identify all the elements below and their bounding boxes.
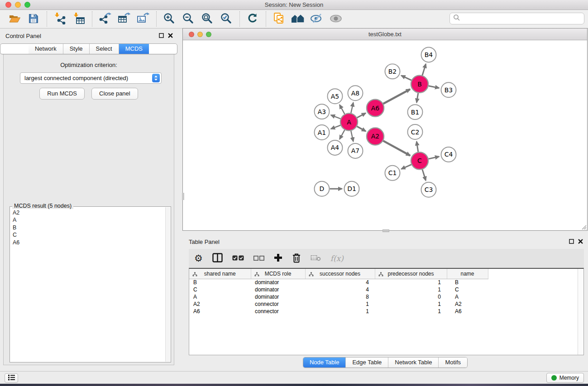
network-canvas[interactable]: B4B2BB3A8A5A6A3B1AA1C2A2A4A7C4CC1DD1C3	[183, 40, 587, 230]
houses-button[interactable]	[290, 11, 306, 27]
export-network-button[interactable]	[97, 11, 113, 27]
network-graph[interactable]: B4B2BB3A8A5A6A3B1AA1C2A2A4A7C4CC1DD1C3	[183, 40, 587, 230]
resize-grip[interactable]	[580, 224, 587, 230]
fullscreen-window-button[interactable]	[24, 2, 30, 8]
graph-node-B[interactable]: B	[411, 76, 428, 93]
table-cell[interactable]: dominator	[251, 286, 305, 293]
run-mcds-button[interactable]: Run MCDS	[39, 88, 85, 100]
close-panel-action-button[interactable]: Close panel	[91, 88, 138, 100]
zoom-selected-button[interactable]	[218, 11, 234, 27]
graph-edge-A-A2[interactable]	[357, 126, 366, 131]
column-header-shared-name[interactable]: shared name	[189, 269, 251, 279]
graph-edge-A6-B[interactable]	[383, 89, 410, 104]
select-all-rows-button[interactable]	[232, 252, 244, 265]
table-cell[interactable]: 1	[375, 308, 447, 315]
tab-motifs[interactable]: Motifs	[439, 357, 467, 367]
import-table-button[interactable]	[71, 11, 87, 27]
table-row[interactable]: Adominator80A	[189, 293, 488, 300]
table-cell[interactable]: A2	[189, 300, 251, 308]
tab-mcds[interactable]: MCDS	[119, 44, 149, 54]
graph-edge-A2-C[interactable]	[383, 141, 410, 156]
result-scrollbar[interactable]	[165, 207, 170, 362]
table-cell[interactable]: 1	[305, 300, 375, 308]
graph-edge-B-B2[interactable]	[401, 76, 411, 80]
graph-edge-B-B4[interactable]	[422, 64, 426, 75]
graph-edge-A-A3[interactable]	[331, 115, 340, 119]
zoom-fit-button[interactable]	[199, 11, 215, 27]
graph-edge-B-B1[interactable]	[416, 93, 418, 102]
table-cell[interactable]: connector	[251, 300, 305, 308]
table-cell[interactable]: C	[189, 286, 251, 293]
delete-table-button[interactable]	[311, 252, 321, 265]
add-column-button[interactable]	[274, 252, 282, 265]
table-cell[interactable]: 4	[305, 279, 375, 286]
table-cell[interactable]: B	[447, 279, 488, 286]
graph-edge-A-A6[interactable]	[357, 113, 366, 118]
graph-node-B4[interactable]: B4	[421, 47, 436, 62]
table-cell[interactable]: 4	[305, 286, 375, 293]
graph-node-A7[interactable]: A7	[348, 143, 363, 158]
graph-edge-C-C2[interactable]	[416, 142, 418, 152]
show-all-button[interactable]	[328, 11, 344, 27]
search-input[interactable]	[460, 14, 584, 23]
table-cell[interactable]: B	[189, 279, 251, 286]
tab-network-table[interactable]: Network Table	[388, 357, 439, 367]
graph-node-C1[interactable]: C1	[385, 166, 400, 181]
table-cell[interactable]: connector	[251, 308, 305, 315]
result-item[interactable]: A	[13, 216, 165, 224]
task-history-button[interactable]	[5, 373, 18, 383]
table-cell[interactable]: 0	[375, 293, 447, 300]
graph-edge-B-B3[interactable]	[429, 86, 439, 88]
graph-edge-A-A7[interactable]	[351, 131, 353, 141]
graph-node-A3[interactable]: A3	[315, 104, 330, 119]
close-view-button[interactable]	[189, 32, 194, 37]
graph-node-A[interactable]: A	[340, 114, 358, 131]
table-cell[interactable]: A	[447, 293, 488, 300]
maximize-view-button[interactable]	[206, 32, 211, 37]
hide-selected-button[interactable]	[309, 11, 325, 27]
table-cell[interactable]: 1	[375, 286, 447, 293]
graph-edge-A-A4[interactable]	[339, 130, 344, 139]
column-layout-button[interactable]	[212, 252, 223, 265]
result-item[interactable]: C	[13, 231, 165, 238]
minimize-window-button[interactable]	[15, 2, 21, 8]
graph-node-A1[interactable]: A1	[315, 125, 330, 140]
table-cell[interactable]: A	[189, 293, 251, 300]
table-cell[interactable]: 1	[375, 279, 447, 286]
result-item[interactable]: A2	[13, 209, 165, 216]
tab-network[interactable]: Network	[29, 44, 63, 54]
table-scrollbar[interactable]	[578, 269, 583, 355]
criterion-select[interactable]: largest connected component (directed)	[20, 72, 162, 84]
graph-node-B3[interactable]: B3	[441, 82, 456, 97]
tab-select[interactable]: Select	[90, 44, 119, 54]
graph-edge-C-C1[interactable]	[402, 165, 411, 169]
table-cell[interactable]: A6	[447, 308, 488, 315]
result-item[interactable]: B	[13, 224, 165, 231]
zoom-in-button[interactable]	[161, 11, 177, 27]
close-panel-button[interactable]	[168, 33, 173, 39]
zoom-out-button[interactable]	[180, 11, 196, 27]
graph-node-C3[interactable]: C3	[421, 182, 436, 197]
split-divider-handle[interactable]	[382, 229, 389, 232]
table-cell[interactable]: 1	[305, 308, 375, 315]
table-row[interactable]: A2connector11A2	[189, 300, 488, 308]
split-divider-handle[interactable]	[182, 193, 184, 200]
network-window-titlebar[interactable]: testGlobe.txt	[183, 29, 587, 40]
import-network-button[interactable]	[52, 11, 68, 27]
graph-edge-C-C3[interactable]	[422, 169, 426, 180]
deselect-all-rows-button[interactable]	[253, 252, 264, 265]
graph-node-A5[interactable]: A5	[328, 89, 343, 104]
open-session-button[interactable]	[6, 11, 23, 27]
memory-button[interactable]: Memory	[546, 373, 584, 383]
table-cell[interactable]: C	[447, 286, 488, 293]
tab-node-table[interactable]: Node Table	[303, 357, 346, 367]
column-header-name[interactable]: name	[447, 269, 488, 279]
export-image-button[interactable]	[135, 11, 151, 27]
table-row[interactable]: A6connector11A6	[189, 308, 488, 315]
tab-edge-table[interactable]: Edge Table	[346, 357, 388, 367]
clone-network-button[interactable]	[271, 11, 287, 27]
refresh-view-button[interactable]	[244, 11, 261, 27]
column-header-predecessor-nodes[interactable]: predecessor nodes	[375, 269, 447, 279]
close-table-panel-button[interactable]	[578, 238, 583, 245]
table-cell[interactable]: A2	[447, 300, 488, 308]
